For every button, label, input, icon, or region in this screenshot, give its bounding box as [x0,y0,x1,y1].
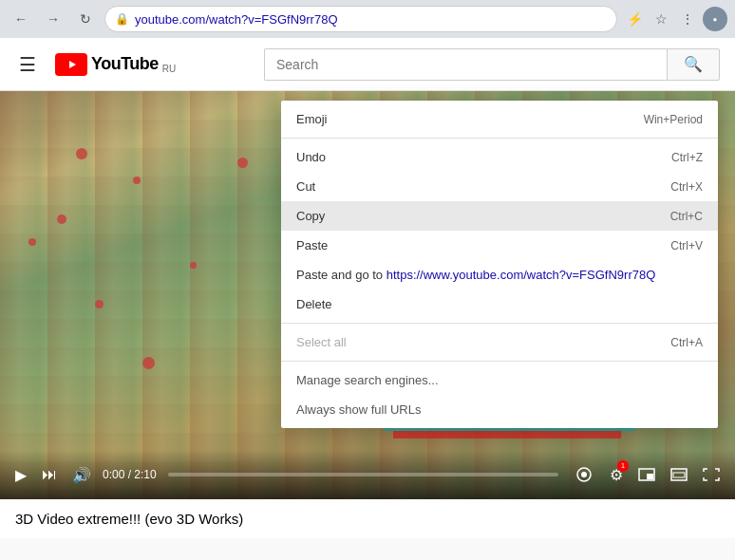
show-full-urls-label: Always show full URLs [296,402,422,417]
forward-button[interactable]: → [40,6,66,32]
hamburger-menu-button[interactable]: ☰ [15,49,40,80]
back-button[interactable]: ← [8,6,34,32]
emoji-label: Emoji [296,112,328,126]
autoplay-icon [574,467,594,482]
paste-shortcut: Ctrl+V [670,239,703,252]
context-delete[interactable]: Delete [281,289,718,319]
context-divider-2 [281,323,718,324]
play-button[interactable]: ▶ [11,462,30,488]
time-display: 0:00 / 2:10 [103,468,157,481]
extensions-icon[interactable]: ⚡ [623,8,646,30]
context-cut[interactable]: Cut Ctrl+X [281,172,718,201]
volume-button[interactable]: 🔊 [68,462,95,488]
avatar[interactable]: ● [703,7,727,31]
select-all-label: Select all [296,335,347,349]
youtube-logo-ru: RU [162,64,176,74]
manage-engines-label: Manage search engines... [296,373,439,387]
youtube-play-icon [62,58,81,71]
select-all-shortcut: Ctrl+A [670,336,703,349]
address-text: youtube.com/watch?v=FSGfN9rr78Q [135,12,607,27]
settings-button-wrapper: ⚙ 1 [606,462,627,488]
delete-label: Delete [296,297,332,311]
theater-icon [670,468,688,481]
search-bar: 🔍 [264,48,720,81]
anaglyph-stripe [393,431,621,439]
copy-shortcut: Ctrl+C [670,210,703,223]
video-particle [95,300,104,308]
youtube-logo-text: YouTube [91,54,159,74]
video-particle [142,357,155,369]
browser-menu-icon[interactable]: ⋮ [676,8,699,30]
fullscreen-button[interactable] [699,464,724,485]
undo-label: Undo [296,150,326,164]
context-divider-3 [281,361,718,362]
paste-label: Paste [296,238,328,252]
context-copy[interactable]: Copy Ctrl+C [281,201,718,231]
video-title: 3D Video extreme!!! (evo 3D Works) [0,499,735,538]
settings-badge: 1 [617,460,629,472]
youtube-header: ☰ YouTube RU 🔍 [0,38,735,91]
copy-label: Copy [296,209,325,223]
svg-point-2 [581,472,587,477]
progress-bar[interactable] [168,473,558,476]
video-particle [57,215,66,224]
context-show-full-urls[interactable]: Always show full URLs [281,395,718,424]
youtube-logo-icon [55,53,87,76]
context-paste-go[interactable]: Paste and go to https://www.youtube.com/… [281,260,718,289]
browser-actions: ⚡ ☆ ⋮ ● [623,7,727,31]
youtube-logo[interactable]: YouTube RU [55,53,176,76]
video-particle [237,158,248,168]
cut-shortcut: Ctrl+X [670,180,703,194]
fullscreen-icon [703,468,720,481]
search-input[interactable] [264,48,667,81]
context-select-all[interactable]: Select all Ctrl+A [281,327,718,357]
video-controls: ▶ ⏭ 🔊 0:00 / 2:10 ⚙ 1 [0,450,735,499]
bookmark-icon[interactable]: ☆ [650,8,672,30]
skip-button[interactable]: ⏭ [38,462,61,487]
lock-icon: 🔒 [115,12,129,26]
video-particle [76,148,87,159]
search-button[interactable]: 🔍 [667,48,720,81]
autoplay-button[interactable] [570,463,598,486]
miniplayer-button[interactable] [634,464,659,485]
miniplayer-icon [638,468,655,481]
context-undo[interactable]: Undo Ctrl+Z [281,142,718,172]
context-menu-header: Emoji Win+Period [281,104,718,134]
video-particle [28,238,36,246]
address-bar[interactable]: 🔒 youtube.com/watch?v=FSGfN9rr78Q [104,6,617,32]
context-paste[interactable]: Paste Ctrl+V [281,231,718,260]
cut-label: Cut [296,179,315,194]
svg-rect-6 [673,473,685,477]
video-particle [190,262,197,269]
undo-shortcut: Ctrl+Z [671,151,703,164]
main-content: ▶ ⏭ 🔊 0:00 / 2:10 ⚙ 1 [0,91,735,538]
svg-rect-4 [647,474,653,479]
browser-chrome: ← → ↻ 🔒 youtube.com/watch?v=FSGfN9rr78Q … [0,0,735,38]
video-particle [133,177,141,184]
paste-go-url: https://www.youtube.com/watch?v=FSGfN9rr… [386,268,656,282]
context-manage-engines[interactable]: Manage search engines... [281,365,718,395]
context-divider-1 [281,138,718,139]
svg-marker-0 [69,61,76,68]
theater-button[interactable] [667,464,691,485]
emoji-shortcut: Win+Period [644,113,703,126]
refresh-button[interactable]: ↻ [72,6,99,32]
paste-go-label: Paste and go to https://www.youtube.com/… [296,268,655,282]
context-menu: Emoji Win+Period Undo Ctrl+Z Cut Ctrl+X … [281,101,718,428]
